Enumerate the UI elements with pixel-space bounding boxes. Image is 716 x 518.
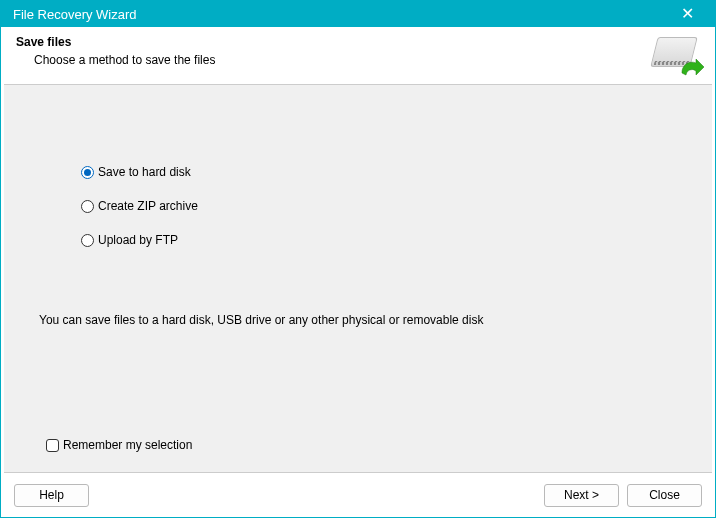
option-save-hard-disk[interactable]: Save to hard disk [81, 165, 712, 179]
option-label: Save to hard disk [98, 165, 191, 179]
window-title: File Recovery Wizard [13, 7, 667, 22]
option-label: Upload by FTP [98, 233, 178, 247]
radio-icon [81, 234, 94, 247]
help-button[interactable]: Help [14, 484, 89, 507]
hard-disk-recover-icon [650, 35, 700, 79]
save-method-options: Save to hard disk Create ZIP archive Upl… [4, 85, 712, 247]
titlebar: File Recovery Wizard ✕ [1, 1, 715, 27]
close-icon[interactable]: ✕ [667, 1, 707, 27]
radio-icon [81, 200, 94, 213]
wizard-footer: Help Next > Close [4, 472, 712, 517]
option-create-zip[interactable]: Create ZIP archive [81, 199, 712, 213]
next-button[interactable]: Next > [544, 484, 619, 507]
remember-selection[interactable]: Remember my selection [46, 438, 192, 452]
page-subtitle: Choose a method to save the files [34, 53, 650, 67]
option-label: Create ZIP archive [98, 199, 198, 213]
radio-icon [81, 166, 94, 179]
option-description: You can save files to a hard disk, USB d… [39, 313, 483, 327]
close-button[interactable]: Close [627, 484, 702, 507]
checkbox-icon[interactable] [46, 439, 59, 452]
option-upload-ftp[interactable]: Upload by FTP [81, 233, 712, 247]
wizard-header: Save files Choose a method to save the f… [4, 27, 712, 85]
remember-label: Remember my selection [63, 438, 192, 452]
wizard-body: Save to hard disk Create ZIP archive Upl… [4, 85, 712, 472]
page-title: Save files [16, 35, 650, 49]
